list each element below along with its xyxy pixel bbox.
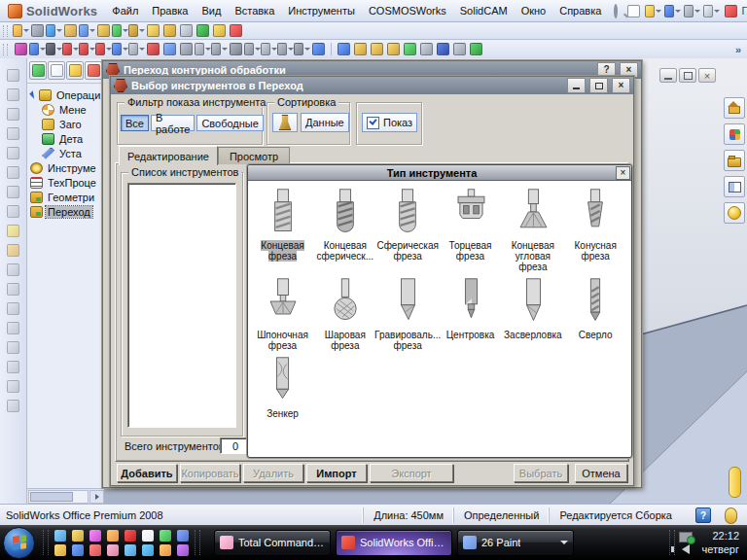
filter-option-2[interactable]: Свободные: [196, 115, 263, 131]
spline-icon[interactable]: [112, 42, 128, 56]
start-button[interactable]: [3, 527, 35, 559]
smart-component-icon[interactable]: [128, 23, 145, 38]
task-group-caret-icon[interactable]: [560, 541, 568, 544]
trim-icon[interactable]: [195, 42, 211, 56]
dialog-maximize-icon[interactable]: [589, 78, 608, 93]
menu-item-2[interactable]: Вид: [196, 3, 229, 18]
tree-item-7[interactable]: Геометри: [27, 190, 104, 204]
save-icon[interactable]: [664, 4, 681, 18]
tool-type-engraving-mill[interactable]: Гравироваль... фреза: [377, 276, 439, 351]
doc-restore-button[interactable]: [679, 68, 696, 83]
quick-launch-icon-4[interactable]: [89, 530, 101, 542]
circular-pattern-icon[interactable]: [261, 42, 277, 56]
equations-icon[interactable]: [435, 42, 451, 56]
section-properties-icon[interactable]: [418, 42, 435, 56]
dome-icon[interactable]: [5, 340, 21, 355]
new-document-icon[interactable]: [625, 4, 642, 18]
circular-pattern-feature-icon[interactable]: [5, 282, 21, 297]
rollback-ball-icon[interactable]: [724, 202, 745, 224]
tool-type-ball-end-mill[interactable]: Концевая сферическ...: [314, 187, 375, 272]
toolbar-overflow-icon[interactable]: »: [735, 44, 741, 55]
solidcam-manager-tab[interactable]: [29, 61, 47, 80]
measure-icon[interactable]: [369, 42, 385, 56]
sketch-settings-icon[interactable]: [310, 42, 327, 56]
medical-kit-icon[interactable]: [228, 23, 244, 38]
menu-item-1[interactable]: Правка: [145, 3, 195, 18]
tree-item-2[interactable]: Заго: [27, 117, 104, 131]
dialog-close-icon[interactable]: ×: [612, 78, 630, 93]
loft-icon[interactable]: [5, 126, 21, 141]
menu-item-8[interactable]: Справка: [552, 3, 608, 18]
line-icon[interactable]: [46, 42, 62, 56]
home-icon[interactable]: [724, 97, 745, 119]
tool-type-face-mill[interactable]: Торцевая фреза: [440, 187, 501, 272]
stamp-icon[interactable]: [95, 23, 112, 38]
dialog-minimize-icon[interactable]: [567, 78, 586, 93]
quick-launch-icon-2[interactable]: [72, 530, 84, 542]
tree-item-6[interactable]: ТехПроце: [27, 175, 104, 190]
snap-icon[interactable]: [294, 42, 310, 56]
spellcheck-icon[interactable]: [336, 42, 352, 56]
task-button-0[interactable]: Total Commander 7.5...: [214, 530, 331, 556]
linear-pattern-icon[interactable]: [244, 42, 261, 56]
arc-icon[interactable]: [95, 42, 112, 56]
open-document-icon[interactable]: [13, 23, 29, 38]
library-icon[interactable]: [112, 23, 128, 38]
deviation-analysis-icon[interactable]: [451, 42, 468, 56]
menu-item-4[interactable]: Инструменты: [281, 3, 362, 18]
rectangle-icon[interactable]: [62, 42, 79, 56]
tool-type-counterbore[interactable]: Зенкер: [252, 355, 313, 419]
convert-entities-icon[interactable]: [211, 42, 228, 56]
expander-icon[interactable]: [29, 90, 37, 98]
resources-icon[interactable]: [724, 123, 745, 145]
dropdown-arrow-icon[interactable]: [675, 10, 681, 13]
pattern-table-icon[interactable]: [5, 399, 21, 413]
redo-icon[interactable]: [79, 23, 95, 38]
tree-item-3[interactable]: Дета: [27, 131, 104, 146]
dropdown-arrow-icon[interactable]: [656, 10, 661, 13]
mirror-feature-icon[interactable]: [5, 301, 21, 316]
paste-icon[interactable]: [62, 23, 79, 38]
tool-type-spot-drill[interactable]: Засверловка: [502, 276, 563, 351]
clock[interactable]: 22:12 четверг: [702, 529, 740, 556]
undo-icon[interactable]: [703, 4, 720, 18]
work-folder-alt-icon[interactable]: [5, 243, 21, 258]
button-import[interactable]: Импорт: [306, 464, 367, 482]
key-icon[interactable]: [145, 23, 161, 38]
check-entity-icon[interactable]: [402, 42, 418, 56]
task-button-1[interactable]: SolidWorks Office Pre...: [336, 530, 452, 556]
draft-icon[interactable]: [5, 321, 21, 335]
fillet-icon[interactable]: [5, 146, 21, 160]
text-icon[interactable]: [178, 42, 195, 56]
quick-launch-icon-10[interactable]: [142, 530, 154, 542]
rib-icon[interactable]: [5, 185, 21, 199]
mirror-icon[interactable]: [228, 42, 244, 56]
menu-item-6[interactable]: SolidCAM: [453, 3, 515, 18]
tree-item-8[interactable]: Переход: [27, 204, 104, 219]
shape-icon[interactable]: [5, 360, 21, 374]
dropdown-arrow-icon[interactable]: [714, 10, 720, 13]
file-explorer-icon[interactable]: [724, 176, 745, 197]
button-add[interactable]: Добавить: [117, 464, 177, 482]
quick-launch-icon-12[interactable]: [160, 530, 171, 542]
tool-type-center-drill[interactable]: Центровка: [440, 276, 501, 351]
updates-tray-icon[interactable]: [679, 532, 693, 542]
work-folder-icon[interactable]: [5, 224, 21, 238]
modify-icon[interactable]: [277, 42, 294, 56]
quick-launch-icon-11[interactable]: [142, 544, 154, 556]
library-book-icon[interactable]: [195, 23, 211, 38]
quick-launch-icon-14[interactable]: [177, 530, 189, 542]
tab-editing[interactable]: Редактирование: [119, 146, 218, 165]
configuration-tab[interactable]: [85, 61, 102, 80]
tree-item-1[interactable]: Мене: [27, 102, 104, 117]
quick-launch-icon-13[interactable]: [160, 544, 171, 556]
sort-by-data-button[interactable]: Данные: [301, 113, 349, 132]
menu-item-3[interactable]: Вставка: [228, 3, 281, 18]
sweep-icon[interactable]: [5, 107, 21, 122]
linear-pattern-feature-icon[interactable]: [5, 262, 21, 277]
scroll-right-arrow-icon[interactable]: [89, 490, 104, 504]
quick-launch-icon-9[interactable]: [124, 544, 136, 556]
panel-horizontal-scrollbar[interactable]: [27, 488, 104, 505]
tab-preview[interactable]: Просмотр: [218, 147, 290, 164]
tool-type-header[interactable]: Тип инструмента ×: [248, 165, 631, 181]
